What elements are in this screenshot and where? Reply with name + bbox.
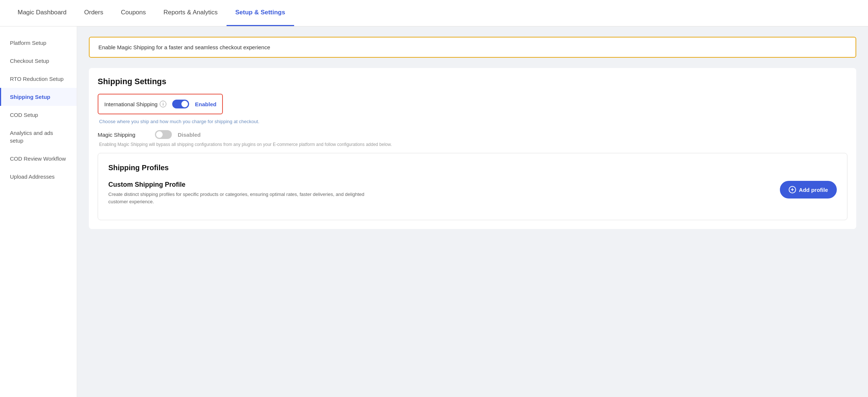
international-shipping-row: International Shipping i Enabled [98, 94, 223, 114]
toggle-thumb-disabled [156, 131, 163, 138]
shipping-profiles-title: Shipping Profiles [108, 164, 837, 172]
custom-shipping-profile-desc: Create distinct shipping profiles for sp… [108, 191, 373, 205]
sidebar-item-analytics-ads-setup[interactable]: Analytics and ads setup [0, 124, 77, 150]
choose-shipping-desc: Choose where you ship and how much you c… [98, 119, 847, 124]
sidebar-item-checkout-setup[interactable]: Checkout Setup [0, 52, 77, 70]
magic-shipping-label: Magic Shipping [98, 132, 149, 138]
shipping-settings-title: Shipping Settings [98, 77, 847, 86]
add-profile-plus-icon: + [789, 186, 796, 193]
nav-setup-settings[interactable]: Setup & Settings [227, 0, 294, 26]
nav-orders[interactable]: Orders [75, 0, 112, 26]
add-profile-label: Add profile [799, 187, 828, 193]
toggle-track-enabled [172, 100, 189, 108]
magic-shipping-status: Disabled [178, 132, 201, 138]
sidebar-item-cod-review-workflow[interactable]: COD Review Workflow [0, 150, 77, 168]
nav-reports-analytics[interactable]: Reports & Analytics [155, 0, 226, 26]
banner-text: Enable Magic Shipping for a faster and s… [98, 44, 270, 50]
add-profile-button[interactable]: + Add profile [780, 181, 837, 198]
magic-shipping-desc: Enabling Magic Shipping will bypass all … [98, 142, 847, 147]
sidebar-item-upload-addresses[interactable]: Upload Addresses [0, 168, 77, 186]
magic-shipping-row: Magic Shipping Disabled [98, 130, 847, 139]
sidebar-item-platform-setup[interactable]: Platform Setup [0, 34, 77, 52]
sidebar: Platform Setup Checkout Setup RTO Reduct… [0, 26, 77, 397]
top-nav: Magic Dashboard Orders Coupons Reports &… [0, 0, 868, 26]
toggle-track-disabled [155, 130, 172, 139]
custom-shipping-profile-title: Custom Shipping Profile [108, 181, 373, 189]
international-shipping-toggle[interactable] [172, 100, 189, 108]
international-shipping-label: International Shipping i [104, 101, 166, 107]
custom-shipping-profile-row: Custom Shipping Profile Create distinct … [108, 181, 837, 205]
sidebar-item-shipping-setup[interactable]: Shipping Setup [0, 88, 77, 106]
international-shipping-info-icon[interactable]: i [160, 101, 166, 107]
magic-shipping-banner: Enable Magic Shipping for a faster and s… [89, 37, 856, 58]
sidebar-item-rto-reduction-setup[interactable]: RTO Reduction Setup [0, 70, 77, 88]
toggle-thumb [181, 101, 188, 107]
main-content: Enable Magic Shipping for a faster and s… [77, 26, 868, 397]
sidebar-item-cod-setup[interactable]: COD Setup [0, 106, 77, 124]
shipping-profiles-card: Shipping Profiles Custom Shipping Profil… [98, 153, 847, 220]
international-shipping-status: Enabled [195, 101, 216, 107]
main-layout: Platform Setup Checkout Setup RTO Reduct… [0, 26, 868, 397]
profile-info: Custom Shipping Profile Create distinct … [108, 181, 373, 205]
magic-shipping-toggle[interactable] [155, 130, 172, 139]
shipping-settings-card: Shipping Settings International Shipping… [89, 68, 856, 229]
nav-magic-dashboard[interactable]: Magic Dashboard [9, 0, 75, 26]
nav-coupons[interactable]: Coupons [112, 0, 155, 26]
